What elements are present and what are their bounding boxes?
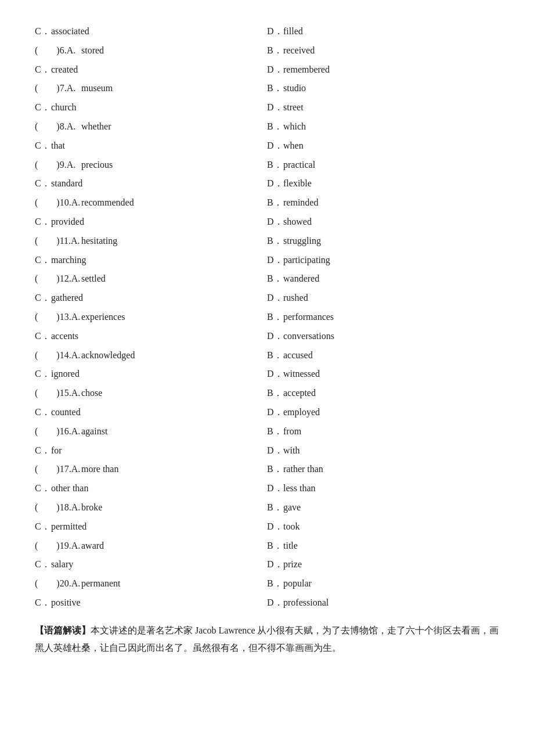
- option-label-c: C．: [35, 290, 51, 307]
- analysis-content: 本文讲述的是著名艺术家 Jacob Lawrence 从小很有天赋，为了去博物馆…: [35, 625, 499, 653]
- question-paren: ( )6.A.: [35, 42, 81, 59]
- option-label-d: D．: [267, 62, 283, 78]
- option-text-d: witnessed: [283, 366, 320, 383]
- option-row: C． that D． when: [35, 138, 499, 154]
- option-left: C． for: [35, 442, 267, 459]
- question-option-b: struggling: [283, 233, 321, 250]
- option-text-c: other than: [51, 480, 88, 497]
- question-option-a: recommended: [81, 195, 134, 211]
- question-right: B． popular: [267, 575, 499, 592]
- question-paren: ( )8.A.: [35, 118, 81, 135]
- option-label-d: D．: [267, 252, 283, 269]
- question-paren: ( )17.A.: [35, 461, 81, 478]
- question-right: B． rather than: [267, 461, 499, 478]
- option-text-c: salary: [51, 556, 73, 573]
- option-row: C． permitted D． took: [35, 519, 499, 535]
- option-label-b: B．: [267, 385, 283, 402]
- option-right: D． employed: [267, 404, 499, 421]
- question-option-a: award: [81, 538, 104, 555]
- option-label-b: B．: [267, 347, 283, 364]
- option-left: C． permitted: [35, 519, 267, 535]
- question-left: ( )19.A. award: [35, 538, 267, 555]
- question-paren: ( )10.A.: [35, 195, 81, 211]
- option-label-c: C．: [35, 214, 51, 231]
- option-left: C． other than: [35, 480, 267, 497]
- question-option-b: from: [283, 423, 301, 440]
- option-row: C． marching D． participating: [35, 252, 499, 269]
- question-right: B． accepted: [267, 385, 499, 402]
- option-row: C． counted D． employed: [35, 404, 499, 421]
- option-text-c: accents: [51, 328, 78, 345]
- question-paren: ( )12.A.: [35, 271, 81, 287]
- option-text-c: counted: [51, 404, 81, 421]
- question-option-b: which: [283, 118, 306, 135]
- question-right: B． struggling: [267, 233, 499, 250]
- question-left: ( )11.A. hesitating: [35, 233, 267, 250]
- option-label-c: C．: [35, 175, 51, 192]
- option-label-b: B．: [267, 461, 283, 478]
- option-label-c: C．: [35, 328, 51, 345]
- question-option-b: practical: [283, 157, 315, 174]
- option-label-c: C．: [35, 404, 51, 421]
- question-option-a: acknowledged: [81, 347, 135, 364]
- option-text-d: participating: [283, 252, 330, 269]
- question-row: ( )13.A. experiences B． performances: [35, 309, 499, 326]
- option-text-c: associated: [51, 23, 89, 40]
- question-paren: ( )14.A.: [35, 347, 81, 364]
- question-row: ( )6.A. stored B． received: [35, 42, 499, 59]
- option-text-d: prize: [283, 556, 302, 573]
- analysis-section: 【语篇解读】本文讲述的是著名艺术家 Jacob Lawrence 从小很有天赋，…: [35, 622, 499, 657]
- question-right: B． which: [267, 118, 499, 135]
- question-right: B． from: [267, 423, 499, 440]
- question-option-a: precious: [81, 157, 113, 174]
- quiz-container: C． associated D． filled ( )6.A. stored B…: [35, 23, 499, 657]
- option-label-b: B．: [267, 195, 283, 211]
- question-left: ( )18.A. broke: [35, 499, 267, 516]
- question-right: B． reminded: [267, 195, 499, 211]
- question-option-a: stored: [81, 42, 104, 59]
- option-left: C． provided: [35, 214, 267, 231]
- question-option-a: against: [81, 423, 107, 440]
- option-left: C． that: [35, 138, 267, 154]
- question-right: B． title: [267, 538, 499, 555]
- option-left: C． accents: [35, 328, 267, 345]
- option-label-d: D．: [267, 480, 283, 497]
- option-label-c: C．: [35, 556, 51, 573]
- question-left: ( )15.A. chose: [35, 385, 267, 402]
- question-paren: ( )19.A.: [35, 538, 81, 555]
- option-right: D． rushed: [267, 290, 499, 307]
- question-right: B． received: [267, 42, 499, 59]
- question-option-b: reminded: [283, 195, 318, 211]
- question-option-b: studio: [283, 80, 306, 97]
- option-text-c: church: [51, 99, 77, 116]
- option-label-d: D．: [267, 442, 283, 459]
- option-text-c: provided: [51, 214, 84, 231]
- option-label-b: B．: [267, 499, 283, 516]
- question-row: ( )12.A. settled B． wandered: [35, 271, 499, 287]
- option-label-d: D．: [267, 366, 283, 383]
- option-text-d: when: [283, 138, 304, 154]
- option-right: D． participating: [267, 252, 499, 269]
- option-label-c: C．: [35, 252, 51, 269]
- question-option-b: performances: [283, 309, 334, 326]
- question-paren: ( )9.A.: [35, 157, 81, 174]
- question-row: ( )7.A. museum B． studio: [35, 80, 499, 97]
- option-row: C． salary D． prize: [35, 556, 499, 573]
- option-text-d: professional: [283, 595, 329, 611]
- option-row: C． provided D． showed: [35, 214, 499, 231]
- option-label-d: D．: [267, 99, 283, 116]
- option-left: C． counted: [35, 404, 267, 421]
- option-text-d: less than: [283, 480, 316, 497]
- option-label-d: D．: [267, 595, 283, 611]
- option-row: C． standard D． flexible: [35, 175, 499, 192]
- option-text-c: standard: [51, 175, 82, 192]
- option-text-c: positive: [51, 595, 81, 611]
- option-right: D． with: [267, 442, 499, 459]
- option-label-d: D．: [267, 23, 283, 40]
- question-left: ( )12.A. settled: [35, 271, 267, 287]
- question-right: B． performances: [267, 309, 499, 326]
- option-text-c: gathered: [51, 290, 83, 307]
- option-text-c: permitted: [51, 519, 86, 535]
- analysis-label: 【语篇解读】: [35, 625, 91, 635]
- option-label-d: D．: [267, 519, 283, 535]
